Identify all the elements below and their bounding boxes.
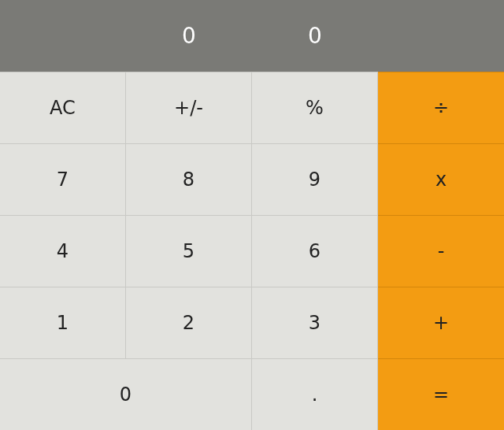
display-value-right: 0 — [252, 23, 378, 49]
minus-button[interactable]: - — [378, 215, 504, 287]
keypad: AC +/- % ÷ 7 8 9 x 4 5 6 - 1 2 3 + 0 . = — [0, 72, 504, 430]
digit-8-button[interactable]: 8 — [126, 143, 252, 215]
calculator-app: 0 0 AC +/- % ÷ 7 8 9 x 4 5 6 - 1 2 3 + 0… — [0, 0, 504, 430]
plus-button[interactable]: + — [378, 287, 504, 358]
divide-button[interactable]: ÷ — [378, 72, 504, 143]
digit-9-button[interactable]: 9 — [252, 143, 378, 215]
digit-7-button[interactable]: 7 — [0, 143, 126, 215]
multiply-button[interactable]: x — [378, 143, 504, 215]
display: 0 0 — [0, 0, 504, 72]
decimal-button[interactable]: . — [252, 358, 378, 430]
digit-0-button[interactable]: 0 — [0, 358, 252, 430]
clear-button[interactable]: AC — [0, 72, 126, 143]
equals-button[interactable]: = — [378, 358, 504, 430]
sign-button[interactable]: +/- — [126, 72, 252, 143]
digit-5-button[interactable]: 5 — [126, 215, 252, 287]
display-value-left: 0 — [126, 23, 252, 49]
digit-6-button[interactable]: 6 — [252, 215, 378, 287]
percent-button[interactable]: % — [252, 72, 378, 143]
digit-3-button[interactable]: 3 — [252, 287, 378, 358]
digit-4-button[interactable]: 4 — [0, 215, 126, 287]
digit-1-button[interactable]: 1 — [0, 287, 126, 358]
digit-2-button[interactable]: 2 — [126, 287, 252, 358]
